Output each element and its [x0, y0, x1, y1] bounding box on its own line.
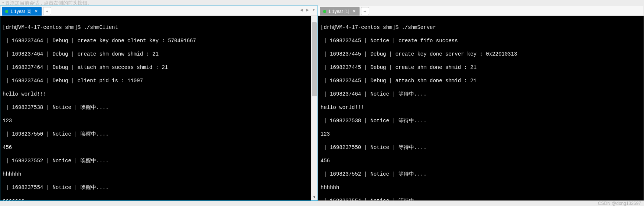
terminal-line: | 1698237464 | Debug | create key done c…	[3, 37, 315, 44]
close-icon[interactable]: ✕	[352, 9, 357, 14]
tab-title: 1 1year [1]	[328, 9, 349, 14]
terminal-output-right[interactable]: [drh@VM-4-17-centos shm]$ ./shmServer | …	[318, 16, 644, 200]
terminal-pane-left: 1 1year [0] ✕ + ◀ ▶ ▾ [drh@VM-4-17-cento…	[0, 6, 318, 201]
terminal-line: 456	[3, 144, 315, 151]
watermark-text: CSDN @dong132697	[598, 201, 641, 206]
terminal-line: hhhhhh	[321, 184, 641, 191]
tab-bar-left: 1 1year [0] ✕ + ◀ ▶ ▾	[0, 6, 318, 16]
terminal-line: hello world!!!	[3, 91, 315, 97]
terminal-line: | 1698237550 | Notice | 唤醒中....	[3, 131, 315, 137]
terminal-line: [drh@VM-4-17-centos shm]$ ./shmServer	[321, 24, 641, 31]
terminal-line: 123	[321, 131, 641, 137]
tab-nav-arrows: ◀ ▶ ▾	[299, 8, 316, 12]
terminal-line: | 1698237464 | Debug | attach shm succes…	[3, 64, 315, 71]
tab-session-right[interactable]: 1 1year [1] ✕	[320, 7, 360, 16]
terminal-line: | 1698237554 | Notice | 唤醒中....	[3, 184, 315, 191]
terminal-line: hhhhhh	[3, 171, 315, 177]
scroll-down-icon[interactable]: ▼	[311, 194, 318, 200]
top-hint-text: • 要添加当前会话，点击左侧的前头按钮。	[0, 0, 644, 6]
terminal-line: | 1698237552 | Notice | 等待中....	[321, 171, 641, 177]
terminal-pane-right: 1 1year [1] ✕ + [drh@VM-4-17-centos shm]…	[318, 6, 644, 201]
terminal-line: | 1698237552 | Notice | 唤醒中....	[3, 157, 315, 164]
add-tab-button[interactable]: +	[43, 7, 51, 15]
close-icon[interactable]: ✕	[34, 9, 39, 14]
split-pane-container: 1 1year [0] ✕ + ◀ ▶ ▾ [drh@VM-4-17-cento…	[0, 6, 644, 201]
terminal-line: | 1698237464 | Debug | create shm donw s…	[3, 51, 315, 57]
scrollbar-left[interactable]: ▲ ▼	[311, 16, 318, 200]
terminal-line: | 1698237445 | Debug | create shm done s…	[321, 64, 641, 71]
terminal-line: | 1698237445 | Debug | attach shm done s…	[321, 77, 641, 84]
tab-prev-icon[interactable]: ◀	[299, 8, 304, 12]
status-dot-icon	[5, 10, 8, 13]
tab-title: 1 1year [0]	[10, 9, 32, 14]
terminal-line: | 1698237538 | Notice | 等待中....	[321, 117, 641, 124]
terminal-output-left[interactable]: [drh@VM-4-17-centos shm]$ ./shmClient | …	[0, 16, 318, 200]
add-tab-button[interactable]: +	[361, 7, 369, 15]
terminal-line: 456	[321, 157, 641, 164]
terminal-line: 123	[3, 117, 315, 124]
status-dot-icon	[323, 10, 326, 13]
tab-bar-right: 1 1year [1] ✕ +	[318, 6, 644, 16]
terminal-line: | 1698237464 | Notice | 等待中....	[321, 91, 641, 97]
terminal-line: | 1698237445 | Debug | create key done s…	[321, 51, 641, 57]
terminal-line: [drh@VM-4-17-centos shm]$ ./shmClient	[3, 24, 315, 31]
terminal-line: | 1698237538 | Notice | 唤醒中....	[3, 104, 315, 111]
scroll-thumb[interactable]	[312, 22, 317, 96]
terminal-line: | 1698237464 | Debug | client pid is : 1…	[3, 77, 315, 84]
tab-session-left[interactable]: 1 1year [0] ✕	[2, 7, 42, 16]
terminal-line: | 1698237445 | Notice | create fifo succ…	[321, 37, 641, 44]
terminal-line: | 1698237554 | Notice | 等待中....	[321, 197, 641, 200]
terminal-line: | 1698237550 | Notice | 等待中....	[321, 144, 641, 151]
terminal-line: sssssss	[3, 197, 315, 200]
tab-dropdown-icon[interactable]: ▾	[311, 8, 316, 12]
tab-next-icon[interactable]: ▶	[305, 8, 310, 12]
terminal-line: hello world!!!	[321, 104, 641, 111]
